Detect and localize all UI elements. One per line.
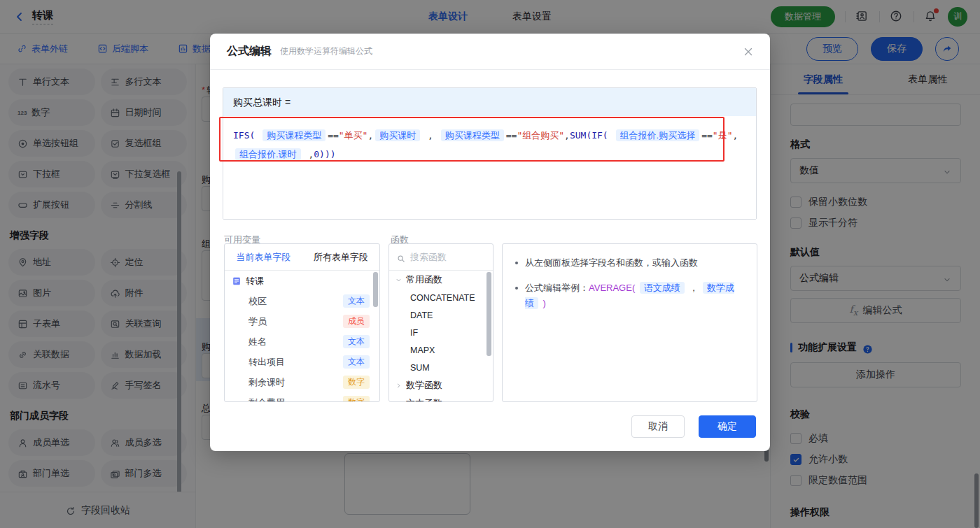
- function-group[interactable]: 数学函数: [389, 376, 493, 394]
- variable-row[interactable]: 剩余课时数字: [225, 372, 379, 392]
- confirm-button[interactable]: 确定: [699, 415, 756, 438]
- function-item[interactable]: IF: [389, 324, 493, 341]
- bullet: [515, 262, 518, 264]
- variables-scrollbar[interactable]: [373, 272, 378, 307]
- field-type-badge: 数字: [343, 396, 370, 402]
- chevron-right-icon: [395, 400, 402, 403]
- variables-panel: 当前表单字段所有表单字段 转课校区文本学员成员姓名文本转出项目文本剩余课时数字剩…: [224, 243, 380, 402]
- formula-output-label: 购买总课时 =: [223, 88, 756, 116]
- formula-text: SUM(IF(: [570, 130, 614, 141]
- formula-text: IFS(: [233, 130, 260, 141]
- tip-line-2: 公式编辑举例：AVERAGE( 语文成绩 ， 数学成绩 ): [525, 280, 744, 311]
- function-item[interactable]: MAPX: [389, 341, 493, 359]
- variables-form-row[interactable]: 转课: [225, 271, 379, 291]
- close-icon[interactable]: [742, 45, 755, 57]
- formula-text: ,: [564, 130, 570, 141]
- cancel-button[interactable]: 取消: [631, 415, 685, 438]
- close-icon: [742, 45, 755, 58]
- formula-text: "是": [713, 130, 733, 141]
- formula-text: ,: [732, 130, 738, 141]
- function-search-input[interactable]: 搜索函数: [389, 244, 493, 271]
- formula-text: ,: [368, 130, 373, 141]
- field-type-badge: 文本: [343, 355, 370, 369]
- formula-text: ==: [328, 130, 339, 141]
- tip-line-1: 从左侧面板选择字段名和函数，或输入函数: [525, 255, 698, 271]
- function-group[interactable]: 文本函数: [389, 394, 493, 402]
- variables-tab[interactable]: 当前表单字段: [225, 244, 302, 270]
- formula-field-token[interactable]: 购买课程类型: [262, 129, 326, 141]
- modal-title: 公式编辑: [227, 44, 272, 59]
- formula-editor-modal: 公式编辑 使用数学运算符编辑公式 购买总课时 = IFS( 购买课程类型=="单…: [210, 34, 770, 451]
- formula-text: ==: [701, 130, 713, 141]
- chevron-down-icon: [395, 276, 402, 284]
- formula-field-token[interactable]: 购买课时: [375, 129, 420, 141]
- variable-row[interactable]: 校区文本: [225, 291, 379, 311]
- formula-field-token[interactable]: 购买课程类型: [441, 129, 504, 141]
- formula-field-token[interactable]: 组合报价.购买选择: [616, 129, 700, 141]
- formula-input[interactable]: IFS( 购买课程类型=="单买",购买课时 , 购买课程类型=="组合购买",…: [223, 116, 756, 220]
- variable-row[interactable]: 转出项目文本: [225, 352, 379, 372]
- search-placeholder: 搜索函数: [410, 251, 447, 264]
- formula-text: ==: [506, 130, 517, 141]
- variables-tab[interactable]: 所有表单字段: [302, 244, 380, 270]
- form-doc-icon: [232, 276, 241, 286]
- formula-text: ,: [303, 149, 314, 159]
- function-item[interactable]: SUM: [389, 359, 493, 376]
- function-item[interactable]: CONCATENATE: [389, 289, 493, 306]
- bullet: [515, 287, 518, 290]
- search-icon: [396, 252, 406, 262]
- formula-editor: 购买总课时 = IFS( 购买课程类型=="单买",购买课时 , 购买课程类型=…: [223, 87, 757, 220]
- formula-text: ，: [687, 283, 701, 293]
- field-type-badge: 成员: [343, 315, 370, 328]
- formula-text: AVERAGE(: [589, 283, 638, 293]
- formula-field-token[interactable]: 组合报价.课时: [235, 148, 301, 160]
- formula-text: "单买": [339, 130, 368, 141]
- formula-text: ): [540, 298, 546, 308]
- function-item[interactable]: DATE: [389, 306, 493, 324]
- formula-field-token[interactable]: 语文成绩: [640, 282, 685, 294]
- variable-row[interactable]: 剩余费用数字: [225, 392, 379, 402]
- formula-text: 0: [314, 149, 319, 159]
- app-window: 转课 表单设计表单设置 数据管理 训 表单外链后端脚本数据权限 预览 保存 单行…: [0, 0, 980, 528]
- functions-panel: 搜索函数 常用函数CONCATENATEDATEIFMAPXSUM数学函数文本函…: [388, 243, 493, 402]
- search-icon: [396, 254, 406, 264]
- tips-panel: 从左侧面板选择字段名和函数，或输入函数 公式编辑举例：AVERAGE( 语文成绩…: [502, 243, 757, 402]
- formula-text: "组合购买": [517, 130, 564, 141]
- functions-scrollbar[interactable]: [486, 272, 491, 356]
- field-type-badge: 数字: [343, 376, 370, 389]
- variable-row[interactable]: 姓名文本: [225, 331, 379, 352]
- function-group[interactable]: 常用函数: [389, 271, 493, 289]
- formula-text: ,: [422, 130, 438, 141]
- formula-text: ))): [319, 149, 335, 159]
- field-type-badge: 文本: [343, 335, 370, 348]
- chevron-right-icon: [395, 382, 402, 390]
- variable-row[interactable]: 学员成员: [225, 311, 379, 331]
- modal-subtitle: 使用数学运算符编辑公式: [280, 45, 372, 57]
- field-type-badge: 文本: [343, 294, 370, 308]
